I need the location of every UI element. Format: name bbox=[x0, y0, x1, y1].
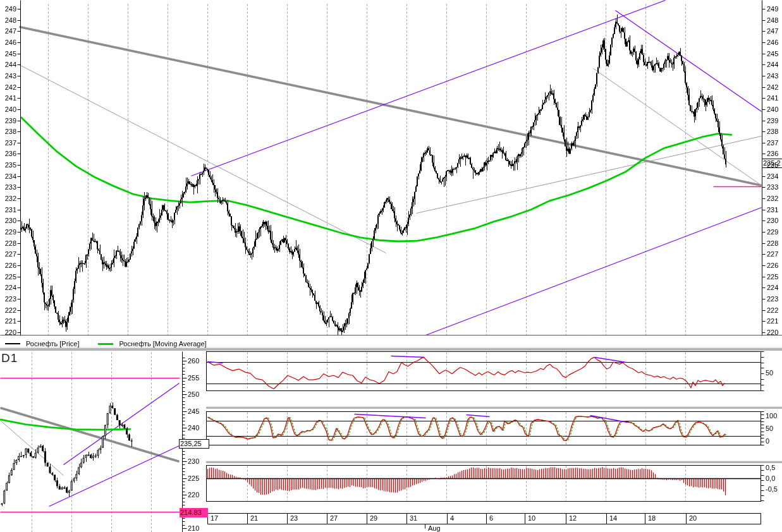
month-label: Aug bbox=[428, 524, 441, 532]
timeframe-label: D1 bbox=[1, 351, 18, 365]
current-price-tag: 235,2 bbox=[762, 159, 782, 168]
d1-current-price-tag: 235,25 bbox=[179, 439, 209, 449]
trading-terminal: Роснефть [Price] Роснефть [Moving Averag… bbox=[0, 0, 782, 532]
price-line-marker-icon bbox=[5, 343, 20, 344]
chart-canvas[interactable] bbox=[0, 0, 782, 532]
legend-price-label: Роснефть [Price] bbox=[26, 340, 79, 348]
ma-line-marker-icon bbox=[98, 343, 113, 345]
legend-ma-label: Роснефть [Moving Average] bbox=[119, 340, 206, 348]
chart-legend: Роснефть [Price] Роснефть [Moving Averag… bbox=[5, 339, 207, 348]
d1-support-price-tag: 214.83 bbox=[180, 508, 208, 517]
